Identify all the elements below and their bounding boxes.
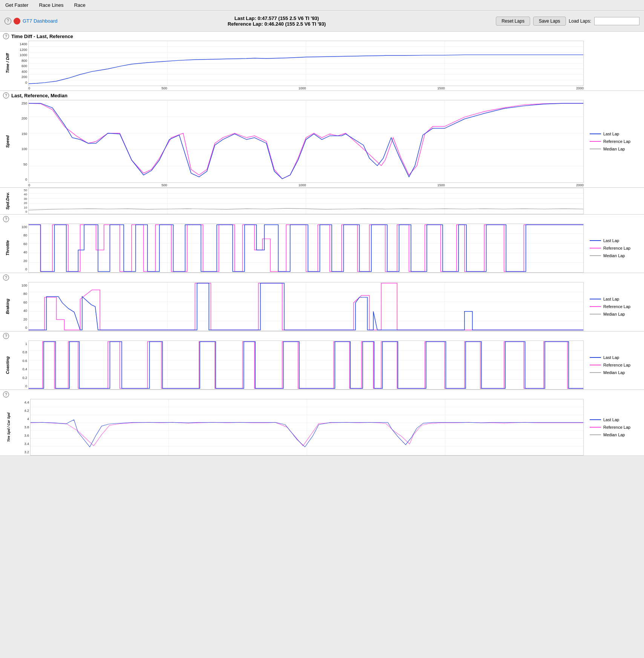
chart-coasting-body: Coasting 10.80.60.40.20 bbox=[0, 341, 644, 390]
chart-help-icon-5[interactable]: ? bbox=[3, 333, 9, 339]
legend-line-blue-throttle bbox=[590, 240, 601, 241]
y-ticks-spddev: 50403020100 bbox=[15, 188, 28, 214]
chart-throttle-header: ? bbox=[0, 215, 644, 224]
chart-legend-spacer-0 bbox=[584, 41, 644, 86]
chart-time-diff: ? Time Diff - Last, Reference Time / Dif… bbox=[0, 32, 644, 91]
lap-info: Last Lap: 0:47.577 (155 2.5 V6 TI '93) R… bbox=[62, 15, 492, 27]
y-ticks-throttle: 100806040200 bbox=[15, 224, 28, 273]
chart-help-icon-6[interactable]: ? bbox=[3, 391, 9, 397]
spddev-legend-spacer bbox=[584, 188, 644, 214]
legend-line-pink-coasting bbox=[590, 365, 601, 365]
reference-lap-info: Reference Lap: 0:46.240 (155 2.5 V6 TI '… bbox=[62, 21, 492, 27]
legend-label-last-braking: Last Lap bbox=[603, 297, 619, 301]
chart-time-diff-body: Time / Diff 1400120010008006004002000 bbox=[0, 41, 644, 86]
legend-line-pink-tire bbox=[590, 427, 601, 428]
legend-label-median-coasting: Median Lap bbox=[603, 370, 625, 375]
legend-line-blue-coasting bbox=[590, 357, 601, 358]
legend-label-last-throttle: Last Lap bbox=[603, 238, 619, 243]
chart-help-icon-4[interactable]: ? bbox=[3, 275, 9, 281]
save-laps-button[interactable]: Save Laps bbox=[533, 17, 566, 26]
legend-ref-lap-coasting: Reference Lap bbox=[590, 363, 638, 367]
legend-line-gray-braking bbox=[590, 314, 601, 314]
legend-ref-lap-speed: Reference Lap bbox=[590, 139, 638, 144]
legend-label-ref-throttle: Reference Lap bbox=[603, 246, 630, 250]
chart-throttle-legend: Last Lap Reference Lap Median Lap bbox=[584, 224, 644, 273]
chart-time-diff-header: ? Time Diff - Last, Reference bbox=[0, 32, 644, 41]
y-ticks-speed: 250200150100500 bbox=[15, 100, 28, 183]
chart-tire-spd-legend: Last Lap Reference Lap Median Lap bbox=[584, 399, 644, 456]
y-ticks-coasting: 10.80.60.40.20 bbox=[15, 341, 28, 390]
legend-median-lap-coasting: Median Lap bbox=[590, 370, 638, 375]
reset-laps-button[interactable]: Reset Laps bbox=[496, 17, 530, 26]
legend-label-median-braking: Median Lap bbox=[603, 312, 625, 316]
chart-time-diff-title: Time Diff - Last, Reference bbox=[11, 34, 73, 39]
x-axis-row-0: 0500100015002000 bbox=[0, 86, 644, 90]
legend-line-gray-speed bbox=[590, 149, 601, 149]
chart-spddev-body: Spd.Dev. 50403020100 bbox=[0, 188, 644, 214]
menu-race-lines[interactable]: Race Lines bbox=[37, 2, 66, 9]
legend-line-pink-speed bbox=[590, 141, 601, 142]
legend-last-lap-throttle: Last Lap bbox=[590, 238, 638, 243]
legend-last-lap-coasting: Last Lap bbox=[590, 355, 638, 360]
legend-median-lap-tire: Median Lap bbox=[590, 433, 638, 437]
menu-get-faster[interactable]: Get Faster bbox=[3, 2, 31, 9]
menu-race[interactable]: Race bbox=[72, 2, 87, 9]
y-axis-throttle: Throttle bbox=[0, 224, 15, 273]
legend-label-ref-coasting: Reference Lap bbox=[603, 363, 630, 367]
legend-label-last-coasting: Last Lap bbox=[603, 355, 619, 360]
legend-label-median-throttle: Median Lap bbox=[603, 253, 625, 258]
plot-speed bbox=[28, 100, 584, 183]
legend-line-blue-speed bbox=[590, 133, 601, 134]
legend-ref-lap-tire: Reference Lap bbox=[590, 425, 638, 429]
legend-line-blue-braking bbox=[590, 299, 601, 299]
legend-median-lap-speed: Median Lap bbox=[590, 147, 638, 151]
chart-braking-body: Braking 100806040200 bbox=[0, 282, 644, 331]
plot-throttle bbox=[28, 224, 584, 273]
plot-spddev bbox=[28, 188, 584, 214]
chart-spddev: Spd.Dev. 50403020100 bbox=[0, 188, 644, 215]
chart-coasting-header: ? bbox=[0, 331, 644, 341]
help-icon[interactable]: ? bbox=[5, 18, 11, 25]
chart-speed-title: Last, Reference, Median bbox=[11, 93, 67, 98]
legend-line-pink-throttle bbox=[590, 248, 601, 248]
chart-coasting-legend: Last Lap Reference Lap Median Lap bbox=[584, 341, 644, 390]
legend-median-lap-braking: Median Lap bbox=[590, 312, 638, 316]
chart-braking: ? Braking 100806040200 bbox=[0, 273, 644, 331]
y-axis-coasting: Coasting bbox=[0, 341, 15, 390]
chart-throttle-body: Throttle 100806040200 bbox=[0, 224, 644, 273]
load-laps-input[interactable] bbox=[594, 17, 639, 25]
chart-help-icon-1[interactable]: ? bbox=[3, 92, 9, 98]
chart-tire-spd-header: ? bbox=[0, 390, 644, 399]
legend-last-lap-speed: Last Lap bbox=[590, 132, 638, 136]
chart-braking-header: ? bbox=[0, 273, 644, 282]
legend-label-median-lap-speed: Median Lap bbox=[603, 147, 625, 151]
chart-coasting: ? Coasting 10.80.60.40.20 bbox=[0, 331, 644, 390]
chart-help-icon-0[interactable]: ? bbox=[3, 33, 9, 39]
y-axis-spddev: Spd.Dev. bbox=[0, 188, 15, 214]
y-ticks-tire-spd: 4.44.243.83.63.43.2 bbox=[17, 399, 30, 456]
legend-label-ref-tire: Reference Lap bbox=[603, 425, 630, 429]
legend-line-pink-braking bbox=[590, 306, 601, 307]
chart-tire-spd-body: Tire Spd / Car Spd 4.44.243.83.63.43.2 bbox=[0, 399, 644, 456]
legend-label-last-tire: Last Lap bbox=[603, 417, 619, 422]
y-ticks-braking: 100806040200 bbox=[15, 282, 28, 331]
chart-help-icon-3[interactable]: ? bbox=[3, 216, 9, 222]
plot-time-diff bbox=[28, 41, 584, 86]
legend-last-lap-braking: Last Lap bbox=[590, 297, 638, 301]
status-indicator: ? GT7 Dashboard bbox=[5, 18, 58, 25]
legend-label-ref-lap-speed: Reference Lap bbox=[603, 139, 630, 144]
y-axis-speed: Speed bbox=[0, 100, 15, 183]
y-axis-braking: Braking bbox=[0, 282, 15, 331]
y-axis-time-diff: Time / Diff bbox=[0, 41, 15, 86]
plot-braking bbox=[28, 282, 584, 331]
legend-label-median-tire: Median Lap bbox=[603, 433, 625, 437]
dashboard-link[interactable]: GT7 Dashboard bbox=[23, 18, 58, 24]
legend-line-gray-throttle bbox=[590, 255, 601, 256]
legend-last-lap-tire: Last Lap bbox=[590, 417, 638, 422]
y-ticks-time-diff: 1400120010008006004002000 bbox=[15, 41, 28, 86]
legend-label-last-lap-speed: Last Lap bbox=[603, 132, 619, 136]
x-axis-row-1: 0500100015002000 bbox=[0, 183, 644, 187]
app-container: Get Faster Race Lines Race ? GT7 Dashboa… bbox=[0, 0, 644, 658]
chart-tire-spd: ? Tire Spd / Car Spd 4.44.243.83.63.43.2 bbox=[0, 390, 644, 456]
legend-ref-lap-braking: Reference Lap bbox=[590, 304, 638, 309]
